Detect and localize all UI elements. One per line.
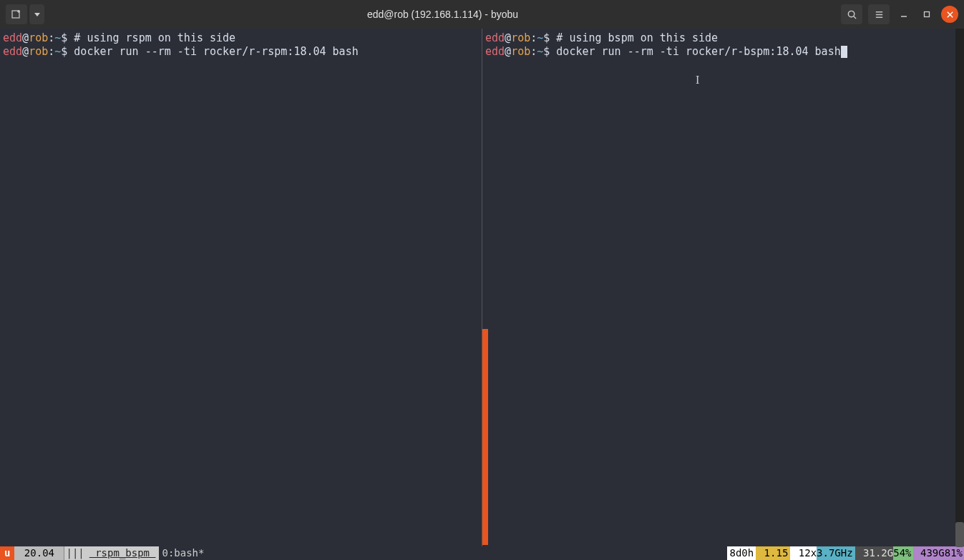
svg-marker-3 — [34, 13, 40, 16]
status-cpu-freq: 3.7GHz — [817, 546, 855, 560]
status-mem-pct: 54% — [893, 546, 912, 560]
titlebar: edd@rob (192.168.1.114) - byobu — [0, 0, 964, 29]
menu-button[interactable] — [868, 4, 890, 24]
status-distro-logo: u — [0, 546, 14, 560]
scrollbar[interactable] — [955, 29, 964, 546]
status-session-name[interactable]: rspm_bspm — [86, 546, 160, 560]
terminal-line: edd@rob:~$ docker run --rm -ti rocker/r-… — [3, 45, 479, 59]
close-button[interactable] — [941, 6, 958, 23]
byobu-statusbar: u 20.04 ||| rspm_bspm 0:bash* 8d0h 1.15 … — [0, 546, 964, 560]
svg-line-5 — [853, 16, 855, 18]
svg-point-4 — [848, 11, 854, 16]
status-mem-used: 31.2 — [855, 546, 887, 560]
terminal-area[interactable]: edd@rob:~$ # using rspm on this side edd… — [0, 29, 964, 546]
status-disk-used: 439 — [913, 546, 939, 560]
window-title: edd@rob (192.168.1.114) - byobu — [44, 9, 841, 20]
left-pane[interactable]: edd@rob:~$ # using rspm on this side edd… — [0, 29, 482, 546]
terminal-line: edd@rob:~$ docker run --rm -ti rocker/r-… — [485, 45, 961, 59]
minimize-button[interactable] — [895, 6, 912, 23]
right-pane[interactable]: edd@rob:~$ # using bspm on this side edd… — [482, 29, 964, 546]
status-load: 1.15 — [756, 546, 790, 560]
scrollbar-thumb[interactable] — [955, 522, 964, 547]
maximize-button[interactable] — [918, 6, 935, 23]
mouse-text-cursor-icon: I — [696, 74, 699, 87]
status-menu-icon[interactable]: ||| — [64, 546, 85, 560]
status-release: 20.04 — [14, 546, 64, 560]
svg-rect-10 — [925, 12, 930, 17]
status-uptime: 8d0h — [727, 546, 756, 560]
search-button[interactable] — [841, 4, 862, 24]
active-pane-indicator — [482, 329, 488, 545]
status-cpu-cores: 12 — [790, 546, 810, 560]
terminal-line: edd@rob:~$ # using rspm on this side — [3, 31, 479, 45]
status-window[interactable]: 0:bash* — [159, 546, 207, 560]
terminal-cursor — [841, 46, 847, 58]
terminal-line: edd@rob:~$ # using bspm on this side — [485, 31, 961, 45]
new-tab-dropdown[interactable] — [29, 4, 44, 24]
status-disk-pct: 81% — [945, 546, 964, 560]
new-tab-button[interactable] — [6, 4, 27, 24]
